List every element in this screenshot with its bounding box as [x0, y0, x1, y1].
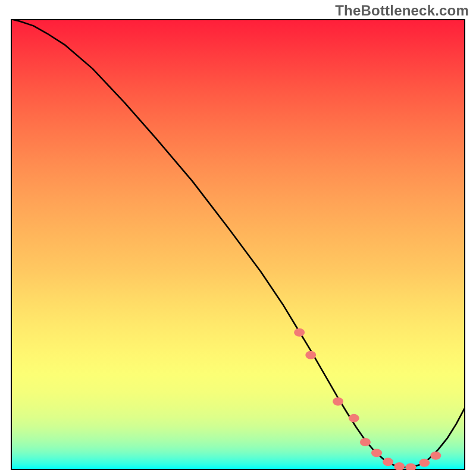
chart-container: { "watermark": "TheBottleneck.com", "plo…: [0, 0, 476, 476]
watermark-text: TheBottleneck.com: [335, 2, 469, 19]
plot-area: [11, 19, 465, 470]
